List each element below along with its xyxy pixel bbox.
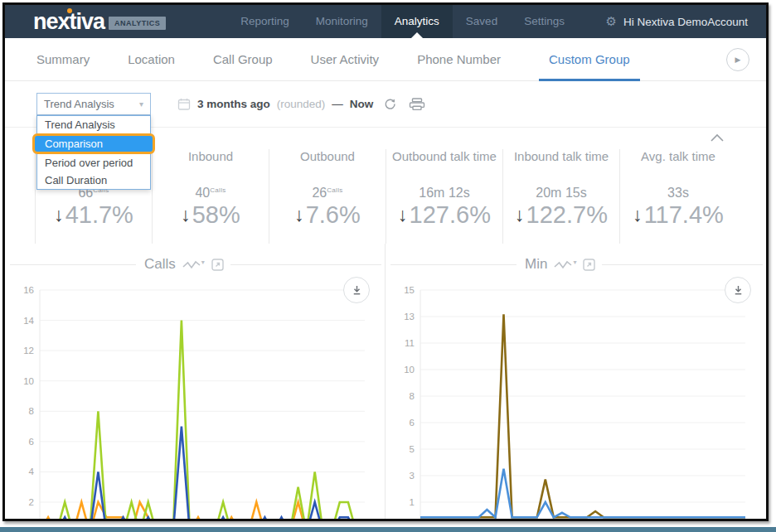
metric-inbound-talk-time: Inbound talk time 20m 15s ↓122.7% [502,149,619,244]
expand-chart-icon[interactable] [211,259,224,271]
metric-value: 33s [620,186,736,201]
logo-analytics-badge: ANALYTICS [109,17,166,30]
option-call-duration[interactable]: Call Duration [37,172,150,189]
option-comparison[interactable]: Comparison [32,133,155,154]
svg-text:5: 5 [410,444,415,454]
chart-title: Min [525,256,547,273]
down-arrow-icon: ↓ [54,204,64,226]
svg-text:6: 6 [410,418,415,428]
metric-change: ↓122.7% [503,201,619,229]
metric-change: ↓41.7% [36,201,152,229]
nav-item-monitoring[interactable]: Monitoring [303,5,381,38]
option-trend-analysis[interactable]: Trend Analysis [37,116,150,133]
metric-change: ↓117.4% [620,201,736,229]
view-type-select[interactable]: Trend Analysis ▾ [36,93,151,115]
line-chart-type-icon[interactable]: ▾ [554,259,576,270]
metric-outbound: Outbound 26Calls ↓7.6% [269,149,386,244]
date-range-control: 3 months ago (rounded) — Now [177,97,425,111]
calls-chart: 161412108642 [10,278,385,521]
refresh-icon[interactable] [383,97,397,111]
view-type-select-wrap: Trend Analysis ▾ Trend Analysis Comparis… [36,93,151,115]
tab-custom-group[interactable]: Custom Group [539,38,640,81]
chart-title: Calls [144,256,176,273]
app-window: nextiva ANALYTICS Reporting Monitoring A… [2,2,769,521]
svg-text:6: 6 [29,437,34,447]
divider [602,264,763,265]
date-range-note: (rounded) [277,98,326,110]
play-icon: ▶ [735,56,741,64]
svg-text:15: 15 [404,285,415,295]
collapse-panel-button[interactable] [710,131,725,146]
svg-text:2: 2 [29,497,34,507]
divider [390,264,517,265]
tab-phone-number[interactable]: Phone Number [417,38,501,81]
option-period-over-period[interactable]: Period over period [37,154,150,172]
svg-text:8: 8 [29,406,34,416]
metric-outbound-talk-time: Outbound talk time 16m 12s ↓127.6% [386,149,502,244]
window-bottom-bar [0,527,776,532]
min-chart: 1513111086531 [390,278,766,521]
metric-value: 26Calls [269,186,386,201]
metric-label: Inbound talk time [503,149,619,163]
down-arrow-icon: ↓ [181,204,191,226]
nextiva-logo[interactable]: nextiva ANALYTICS [33,5,166,38]
printer-icon[interactable] [409,98,425,111]
charts-section: Calls ▾ 161412108642 Min [5,244,766,521]
metric-change: ↓127.6% [386,201,502,229]
metric-change: ↓7.6% [269,201,386,229]
calendar-icon[interactable] [177,98,191,111]
play-tabs-button[interactable]: ▶ [726,48,749,71]
date-range-separator: — [332,98,343,110]
down-arrow-icon: ↓ [294,204,304,226]
tab-location[interactable]: Location [128,38,175,81]
calls-chart-panel: Calls ▾ 161412108642 [5,244,386,521]
down-arrow-icon: ↓ [398,204,408,226]
metric-avg-talk-time: Avg. talk time 33s ↓117.4% [619,149,736,244]
nav-item-settings[interactable]: Settings [511,5,578,38]
nav-item-saved[interactable]: Saved [453,5,511,38]
report-toolbar: Trend Analysis ▾ Trend Analysis Comparis… [5,81,766,128]
svg-text:8: 8 [410,391,415,401]
svg-text:11: 11 [405,338,415,348]
metric-inbound: Inbound 40Calls ↓58% [152,149,269,244]
metric-value: 40Calls [153,186,269,201]
user-greeting: Hi Nextiva DemoAccount [623,16,748,28]
gear-icon[interactable]: ⚙ [605,14,616,29]
download-chart-button[interactable] [343,277,370,303]
nav-item-analytics[interactable]: Analytics [381,5,453,38]
metric-label: Avg. talk time [620,149,736,163]
svg-text:1: 1 [410,497,415,507]
svg-text:12: 12 [23,346,34,355]
date-range-start[interactable]: 3 months ago [197,98,270,110]
svg-text:10: 10 [404,365,415,375]
svg-text:10: 10 [23,376,34,386]
logo-dot-icon [67,8,72,13]
tab-summary[interactable]: Summary [36,38,90,81]
min-chart-header: Min ▾ [390,250,766,278]
svg-text:14: 14 [23,316,34,326]
metric-value: 16m 12s [386,186,502,201]
date-range-end[interactable]: Now [350,98,374,110]
chevron-down-icon: ▾ [201,259,205,266]
svg-text:3: 3 [410,471,415,481]
svg-text:13: 13 [404,312,415,322]
min-chart-panel: Min ▾ 1513111086531 [386,244,766,521]
download-chart-button[interactable] [725,277,751,303]
chevron-down-icon: ▾ [573,259,576,266]
expand-chart-icon[interactable] [583,259,595,271]
user-menu[interactable]: ⚙ Hi Nextiva DemoAccount [605,14,748,29]
line-chart-type-icon[interactable]: ▾ [182,259,205,270]
top-navbar: nextiva ANALYTICS Reporting Monitoring A… [5,5,766,38]
nav-item-reporting[interactable]: Reporting [227,5,303,38]
metric-label: Outbound talk time [386,149,502,163]
down-arrow-icon: ↓ [633,204,643,226]
analytics-tabs: Summary Location Call Group User Activit… [5,38,766,81]
metric-value: 20m 15s [503,186,619,201]
view-type-dropdown: Trend Analysis Comparison Period over pe… [36,115,151,190]
metric-label: Outbound [269,149,386,163]
calls-chart-header: Calls ▾ [10,250,385,278]
metric-label: Inbound [153,149,269,163]
divider [230,264,381,265]
tab-call-group[interactable]: Call Group [213,38,273,81]
tab-user-activity[interactable]: User Activity [311,38,380,81]
